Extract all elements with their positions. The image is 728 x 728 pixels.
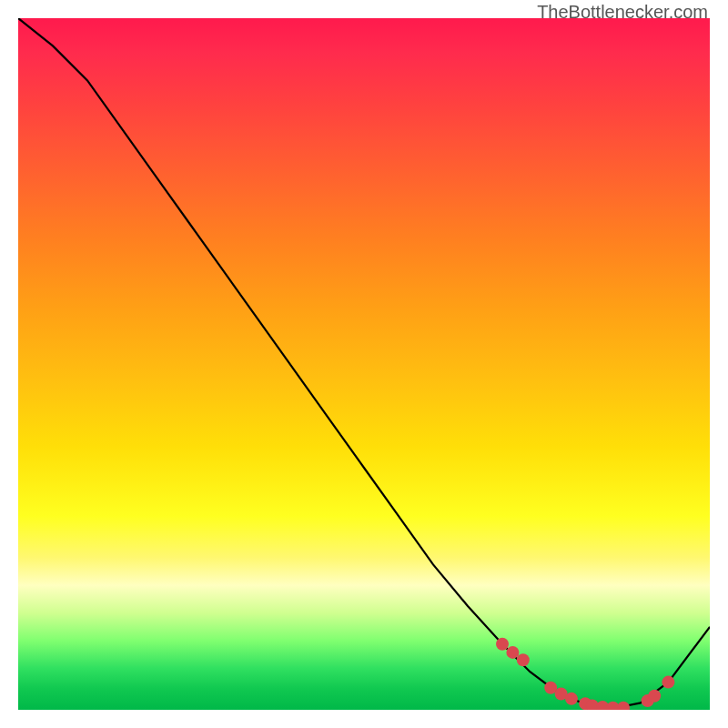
data-point bbox=[506, 646, 519, 659]
data-point bbox=[662, 676, 674, 689]
data-points-group bbox=[496, 638, 674, 710]
data-point bbox=[617, 702, 630, 710]
data-point bbox=[517, 653, 530, 666]
data-point bbox=[565, 693, 578, 705]
chart-container: TheBottlenecker.com bbox=[0, 0, 728, 728]
bottleneck-curve bbox=[18, 18, 710, 708]
data-point bbox=[496, 638, 509, 651]
plot-svg bbox=[18, 18, 710, 710]
data-point bbox=[648, 690, 661, 703]
